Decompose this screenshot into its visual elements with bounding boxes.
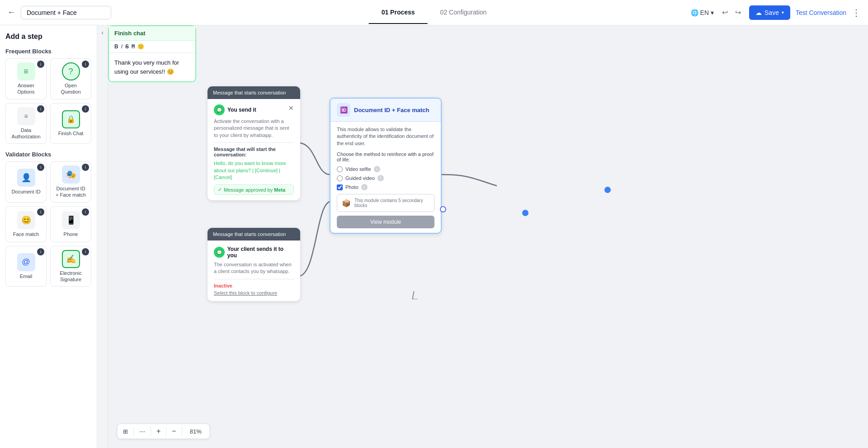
info-badge: i [37,248,44,255]
back-button[interactable]: ← [7,8,15,17]
open-question-icon: ? [62,62,80,80]
msg-sender-1: You send it [227,107,256,113]
data-authorization-label: Data Authorization [9,127,42,140]
doc-card-title: Document ID + Face match [354,107,429,113]
photo-label: Photo [345,184,359,190]
bold-icon[interactable]: B [114,43,118,50]
doc-choose-label: Choose the method to reinforce with a pr… [337,151,434,162]
option-video-selfie[interactable]: Video selfie i [337,166,434,172]
info-badge: i [82,208,89,216]
block-phone[interactable]: i 📱 Phone [50,206,91,242]
video-selfie-label: Video selfie [345,166,371,172]
msg-card-1-body: ✕ 💬 You send it Activate the conversatio… [208,99,300,200]
msg-desc-1: Activate the conversation with a persona… [214,118,294,139]
document-face-icon: 🎭 [62,165,80,184]
sidebar-collapse-handle[interactable]: ‹ [97,25,108,448]
topbar-right: 🌐 EN ▾ ↩ ↪ ☁ Save ▾ Test Conversation ⋮ [691,5,861,20]
config-link[interactable]: Select this block to configure [214,290,294,296]
info-badge: i [37,208,44,216]
cube-icon: 📦 [342,199,351,207]
data-authorization-icon: ≡ [17,107,35,125]
globe-icon: 🌐 [691,9,698,16]
conn-dot-1 [440,206,446,212]
info-badge: i [37,61,44,68]
guided-video-radio[interactable] [337,175,343,181]
lang-label: EN [700,9,709,16]
finish-chat-label: Finish Chat [58,130,84,137]
video-selfie-radio[interactable] [337,166,343,172]
bubble-text-content: Hello, do you want to know more about ou… [214,160,286,180]
redo-button[interactable]: ↪ [732,6,744,19]
topbar: ← 01 Process 02 Configuration 🌐 EN ▾ ↩ ↪… [0,0,868,25]
finish-card-header: Finish chat [109,26,195,41]
msg-icon-1: 💬 You send it [214,104,256,115]
inactive-badge: Inactive [214,283,294,288]
conn-dot-2 [522,210,528,216]
tab-process[interactable]: 01 Process [369,1,428,24]
block-document-face[interactable]: i 🎭 Document ID + Face match [50,161,91,203]
info-dot-guided: i [377,175,384,181]
photo-checkbox[interactable] [337,184,343,190]
module-box-text: This module contains 5 secondary blocks [354,198,429,208]
validator-blocks-heading: Validator Blocks [5,151,91,158]
finish-chat-icon: 🔒 [62,110,80,128]
save-button[interactable]: ☁ Save ▾ [749,5,790,20]
fit-view-button[interactable]: ⊞ [123,428,128,435]
block-email[interactable]: i @ Email [5,246,47,287]
block-electronic-sig[interactable]: i ✍ Electronic Signature [50,246,91,287]
strikethrough-icon[interactable]: S [125,43,129,50]
zoom-bar: ⊞ ⋯ + − 81% [117,424,210,439]
test-conversation-button[interactable]: Test Conversation [796,9,846,16]
block-answer-options[interactable]: i ≡ Answer Options [5,58,47,99]
option-photo[interactable]: Photo i [337,184,434,190]
email-label: Email [20,273,33,279]
zoom-out-button[interactable]: − [172,427,176,435]
emoji-icon[interactable]: 🙂 [137,43,144,50]
conn-dot-3 [604,187,611,193]
undo-button[interactable]: ↩ [719,6,731,19]
italic-icon[interactable]: I [121,43,123,50]
block-open-question[interactable]: i ? Open Question [50,58,91,99]
tab-configuration[interactable]: 02 Configuration [428,1,500,24]
electronic-sig-icon: ✍ [62,250,80,268]
doc-card-header: 🆔 Document ID + Face match [330,99,441,122]
block-finish-chat[interactable]: i 🔒 Finish Chat [50,103,91,144]
msg-card-1-close[interactable]: ✕ [288,104,294,112]
sidebar: Add a step Frequent Blocks i ≡ Answer Op… [0,25,97,448]
undo-redo-group: ↩ ↪ [719,6,744,19]
option-guided-video[interactable]: Guided video i [337,175,434,181]
info-badge: i [37,105,44,113]
share-button[interactable]: ⋯ [139,428,145,435]
block-document-id[interactable]: i 👤 Document ID [5,161,47,203]
whatsapp-icon-1: 💬 [214,104,225,115]
zoom-divider-1 [133,427,134,436]
email-icon: @ [17,253,35,271]
title-input[interactable] [21,6,111,19]
msg-desc-2: The conversation is activated when a cli… [214,261,294,275]
mono-icon[interactable]: M [132,43,135,50]
more-options-button[interactable]: ⋮ [852,7,861,18]
doc-card-body: This module allows to validate the authe… [330,122,441,233]
face-match-icon: 😊 [17,211,35,229]
info-badge: i [82,61,89,68]
block-data-authorization[interactable]: i ≡ Data Authorization [5,103,47,144]
zoom-divider-4 [182,427,182,436]
block-face-match[interactable]: i 😊 Face match [5,206,47,242]
view-module-button[interactable]: View module [337,216,434,228]
save-label: Save [764,9,779,16]
cloud-icon: ☁ [755,9,762,16]
language-button[interactable]: 🌐 EN ▾ [691,9,714,16]
cursor [412,291,419,299]
msg-card-1-header: Message that starts conversation [208,86,300,99]
check-icon: ✓ [218,187,222,193]
main-layout: Add a step Frequent Blocks i ≡ Answer Op… [0,25,868,448]
module-secondary-blocks: 📦 This module contains 5 secondary block… [337,194,434,212]
phone-label: Phone [64,231,78,237]
guided-video-label: Guided video [345,175,375,181]
collapse-icon: ‹ [101,29,104,36]
canvas: Message that starts conversation ✕ 💬 You… [108,25,868,448]
chevron-down-icon: ▾ [711,9,714,16]
face-match-label: Face match [13,231,39,237]
zoom-in-button[interactable]: + [156,427,160,435]
tab-container: 01 Process 02 Configuration [369,1,500,24]
